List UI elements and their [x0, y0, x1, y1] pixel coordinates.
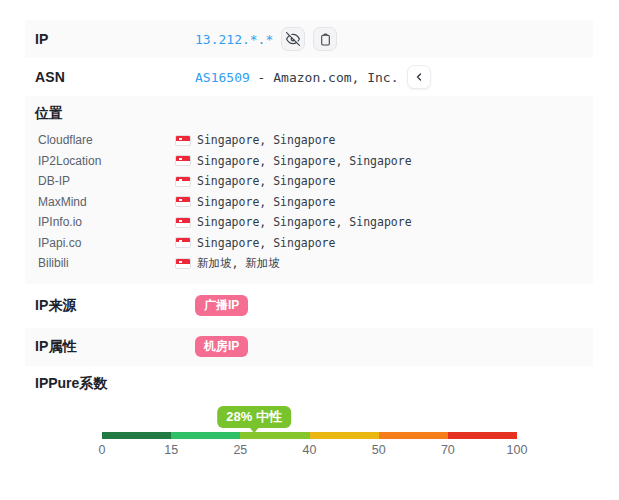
location-value: Singapore, Singapore [197, 174, 335, 188]
asn-value-area: AS16509 - Amazon.com, Inc. [195, 65, 431, 89]
singapore-flag-icon [175, 196, 191, 207]
score-badge: 28% 中性 [217, 406, 291, 428]
location-value: Singapore, Singapore, Singapore [197, 215, 412, 229]
eye-off-icon [286, 32, 300, 46]
score-ticks: 01525405070100 [102, 443, 517, 459]
score-bar-segment [310, 432, 379, 439]
section-location: 位置 Cloudflare Singapore, Singapore IP2Lo… [25, 96, 593, 284]
ip-source-label: IP来源 [25, 297, 195, 315]
location-row: MaxMind Singapore, Singapore [25, 192, 593, 213]
score-tick-label: 70 [441, 443, 455, 457]
provider-name: IPapi.co [38, 236, 175, 250]
row-asn: ASN AS16509 - Amazon.com, Inc. [25, 58, 593, 96]
clipboard-icon [319, 33, 332, 46]
location-row: IPapi.co Singapore, Singapore [25, 233, 593, 254]
score-bar-segment [379, 432, 448, 439]
score-tick-label: 100 [507, 443, 528, 457]
ip-attribute-badge: 机房IP [195, 336, 248, 357]
score-tick-label: 50 [372, 443, 386, 457]
ip-value[interactable]: 13.212.*.* [195, 32, 273, 47]
provider-name: IP2Location [38, 154, 175, 168]
chevron-left-icon [413, 71, 425, 83]
score-tick-label: 25 [233, 443, 247, 457]
ip-info-panel: IP 13.212.*.* [25, 0, 593, 470]
location-row: IPInfo.io Singapore, Singapore, Singapor… [25, 212, 593, 233]
ippure-header: IPPure系数 [25, 375, 593, 393]
ip-value-area: 13.212.*.* [195, 27, 337, 51]
provider-name: DB-IP [38, 174, 175, 188]
score-bar [102, 432, 517, 439]
ip-source-value-area: 广播IP [195, 295, 248, 316]
location-value: Singapore, Singapore [197, 133, 335, 147]
score-bar-segment [240, 432, 309, 439]
singapore-flag-icon [175, 155, 191, 166]
provider-name: Bilibili [38, 256, 175, 270]
score-tick-label: 0 [99, 443, 106, 457]
provider-name: IPInfo.io [38, 215, 175, 229]
asn-label: ASN [25, 69, 195, 85]
singapore-flag-icon [175, 135, 191, 146]
row-ip: IP 13.212.*.* [25, 20, 593, 58]
singapore-flag-icon [175, 176, 191, 187]
location-row: Bilibili 新加坡, 新加坡 [25, 253, 593, 274]
provider-name: MaxMind [38, 195, 175, 209]
score-tick-label: 15 [164, 443, 178, 457]
score-bar-segment [102, 432, 171, 439]
location-provider-list: Cloudflare Singapore, Singapore IP2Locat… [25, 130, 593, 274]
location-value: Singapore, Singapore [197, 236, 335, 250]
ip-attribute-value-area: 机房IP [195, 336, 248, 357]
location-header: 位置 [25, 105, 593, 123]
asn-link[interactable]: AS16509 [195, 70, 250, 85]
copy-button[interactable] [313, 27, 337, 51]
ip-label: IP [25, 31, 195, 47]
score-bar-segment [171, 432, 240, 439]
row-ip-attribute: IP属性 机房IP [25, 328, 593, 366]
location-value: Singapore, Singapore [197, 195, 335, 209]
collapse-button[interactable] [407, 65, 431, 89]
score-bar-segment [448, 432, 517, 439]
ip-attribute-label: IP属性 [25, 338, 195, 356]
singapore-flag-icon [175, 217, 191, 228]
singapore-flag-icon [175, 258, 191, 269]
asn-org: - Amazon.com, Inc. [250, 70, 399, 85]
location-value: Singapore, Singapore, Singapore [197, 154, 412, 168]
section-ippure: IPPure系数 28% 中性 01525405070100 [25, 366, 593, 470]
asn-value: AS16509 - Amazon.com, Inc. [195, 70, 399, 85]
provider-name: Cloudflare [38, 133, 175, 147]
ippure-slider: 28% 中性 01525405070100 [102, 406, 517, 470]
location-row: IP2Location Singapore, Singapore, Singap… [25, 151, 593, 172]
singapore-flag-icon [175, 237, 191, 248]
score-tick-label: 40 [303, 443, 317, 457]
score-marker: 28% 中性 [217, 406, 291, 433]
location-row: DB-IP Singapore, Singapore [25, 171, 593, 192]
location-row: Cloudflare Singapore, Singapore [25, 130, 593, 151]
location-value: 新加坡, 新加坡 [197, 256, 280, 271]
row-ip-source: IP来源 广播IP [25, 284, 593, 328]
ip-source-badge: 广播IP [195, 295, 248, 316]
eye-off-button[interactable] [281, 27, 305, 51]
